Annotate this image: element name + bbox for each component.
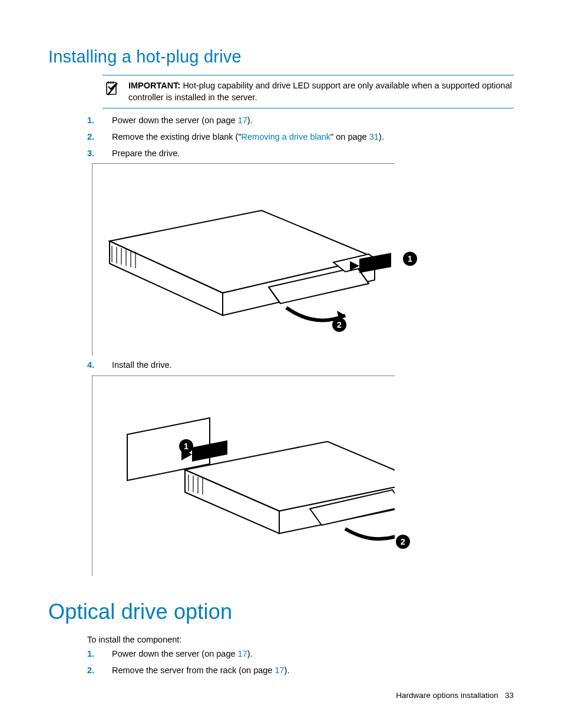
step-text: Remove the server from the rack (on page… [112, 664, 289, 677]
step-text: Power down the server (on page 17). [112, 114, 253, 127]
important-text: Hot-plug capability and drive LED suppor… [128, 81, 512, 102]
callout-number-1: 1 [403, 252, 417, 266]
page-link-17[interactable]: 17 [275, 666, 284, 675]
footer-page-number: 33 [505, 691, 514, 700]
step-number: 2. [87, 664, 112, 677]
step-number: 1. [87, 648, 112, 661]
step-3: 3. Prepare the drive. [87, 147, 514, 160]
step-number: 1. [87, 114, 112, 127]
step-2: 2. Remove the existing drive blank ("Rem… [87, 131, 514, 144]
step-text: Install the drive. [112, 359, 172, 372]
footer-section: Hardware options installation [396, 691, 498, 700]
page-link-17[interactable]: 17 [238, 116, 247, 125]
step-1: 1. Power down the server (on page 17). [87, 114, 514, 127]
important-label: IMPORTANT: [128, 81, 180, 90]
steps-section2: 1. Power down the server (on page 17). 2… [87, 648, 514, 677]
step-4: 4. Install the drive. [87, 359, 514, 372]
xref-removing-drive-blank[interactable]: Removing a drive blank [242, 132, 331, 141]
page-link-31[interactable]: 31 [369, 132, 379, 141]
heading-optical-drive-option: Optical drive option [48, 599, 514, 624]
step-number: 4. [87, 359, 112, 372]
callout-number-2: 2 [396, 535, 410, 549]
step-text: Prepare the drive. [112, 147, 180, 160]
intro-text: To install the component: [87, 635, 514, 644]
steps-section1b: 4. Install the drive. [87, 359, 514, 372]
callout-number-1: 1 [179, 439, 193, 453]
steps-section1: 1. Power down the server (on page 17). 2… [87, 114, 514, 160]
important-callout-body: IMPORTANT: Hot-plug capability and drive… [128, 80, 514, 103]
step-2: 2. Remove the server from the rack (on p… [87, 664, 514, 677]
figure-install-drive: 1 2 [92, 375, 514, 576]
step-1: 1. Power down the server (on page 17). [87, 648, 514, 661]
step-number: 2. [87, 131, 112, 144]
document-page: Installing a hot-plug drive IMPORTANT: H… [0, 0, 562, 728]
step-number: 3. [87, 147, 112, 160]
heading-installing-hot-plug-drive: Installing a hot-plug drive [48, 47, 514, 67]
page-link-17[interactable]: 17 [238, 649, 247, 658]
page-footer: Hardware options installation 33 [396, 691, 514, 700]
important-callout: IMPORTANT: Hot-plug capability and drive… [103, 75, 514, 108]
callout-number-2: 2 [332, 318, 346, 332]
note-icon [103, 80, 128, 99]
figure-prepare-drive: 1 2 [92, 163, 514, 355]
step-text: Remove the existing drive blank ("Removi… [112, 131, 384, 144]
step-text: Power down the server (on page 17). [112, 648, 253, 661]
